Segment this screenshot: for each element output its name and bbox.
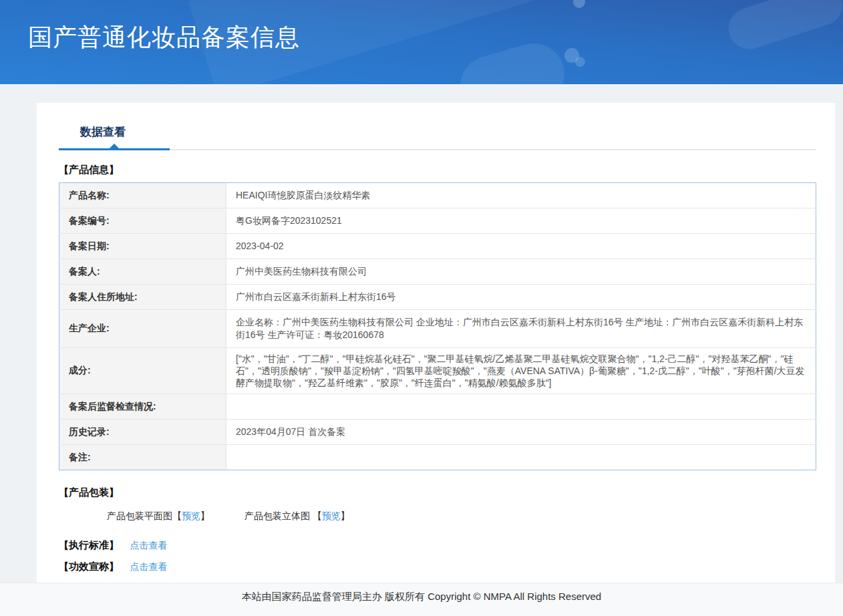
row-label: 成分: bbox=[59, 347, 226, 394]
packaging-stereo-label: 产品包装立体图 【 bbox=[244, 510, 322, 521]
row-value: 广州市白云区嘉禾街新科上村东街16号 bbox=[226, 285, 816, 310]
table-row-registrant-address: 备案人住所地址: 广州市白云区嘉禾街新科上村东街16号 bbox=[59, 285, 816, 310]
banner-pill-decoration bbox=[453, 36, 571, 84]
row-label: 产品名称: bbox=[59, 183, 226, 208]
section-heading-executive-standard: 【执行标准】 bbox=[59, 539, 119, 551]
row-label: 备案编号: bbox=[59, 208, 226, 234]
row-label: 生产企业: bbox=[59, 310, 226, 348]
banner-dot-decoration bbox=[564, 48, 579, 63]
banner-dot-decoration bbox=[575, 57, 585, 67]
packaging-items: 产品包装平面图【预览】 产品包装立体图 【预览】 bbox=[107, 510, 816, 522]
packaging-flat-label: 产品包装平面图【 bbox=[107, 510, 182, 521]
banner-dot-decoration bbox=[573, 0, 585, 8]
content-card: 数据查看 【产品信息】 产品名称: HEAIQI琦憶胶原蛋白淡纹精华素 备案编号… bbox=[37, 103, 835, 593]
packaging-stereo-item: 产品包装立体图 【预览】 bbox=[244, 510, 350, 521]
page-footer: 本站由国家药品监督管理局主办 版权所有 Copyright © NMPA All… bbox=[0, 583, 843, 616]
table-row-registration-number: 备案编号: 粤G妆网备字2023102521 bbox=[59, 208, 816, 234]
page-header: 国产普通化妆品备案信息 bbox=[0, 0, 843, 84]
table-row-history: 历史记录: 2023年04月07日 首次备案 bbox=[59, 420, 816, 445]
page-title: 国产普通化妆品备案信息 bbox=[28, 21, 300, 54]
row-value: ["水"，"甘油"，"丁二醇"，"甲硅烷基化硅石"，"聚二甲基硅氧烷/乙烯基聚二… bbox=[226, 347, 816, 394]
table-row-product-name: 产品名称: HEAIQI琦憶胶原蛋白淡纹精华素 bbox=[59, 183, 816, 208]
row-value bbox=[226, 445, 816, 470]
row-value: 2023年04月07日 首次备案 bbox=[226, 420, 816, 445]
row-label: 备案后监督检查情况: bbox=[59, 394, 226, 420]
product-info-table: 产品名称: HEAIQI琦憶胶原蛋白淡纹精华素 备案编号: 粤G妆网备字2023… bbox=[59, 182, 816, 470]
row-value bbox=[226, 394, 816, 420]
row-label: 备案日期: bbox=[59, 234, 226, 259]
row-label: 历史记录: bbox=[59, 420, 226, 445]
tab-active-underline bbox=[59, 148, 170, 150]
tab-data-view[interactable]: 数据查看 bbox=[59, 124, 170, 149]
row-value: 2023-04-02 bbox=[226, 234, 816, 259]
table-row-registration-date: 备案日期: 2023-04-02 bbox=[59, 234, 816, 259]
table-row-registrant: 备案人: 广州中美医药生物科技有限公司 bbox=[59, 259, 816, 285]
section-heading-efficacy-claim: 【功效宣称】 bbox=[59, 561, 119, 572]
footer-copyright-text: 本站由国家药品监督管理局主办 版权所有 Copyright © NMPA All… bbox=[242, 591, 601, 602]
banner-pill-decoration bbox=[723, 0, 843, 55]
packaging-stereo-preview-link[interactable]: 预览 bbox=[322, 510, 341, 521]
row-label: 备案人住所地址: bbox=[59, 285, 226, 310]
packaging-flat-bracket-close: 】 bbox=[200, 510, 210, 521]
row-label: 备案人: bbox=[59, 259, 226, 285]
section-heading-product-info: 【产品信息】 bbox=[59, 164, 816, 176]
row-value: HEAIQI琦憶胶原蛋白淡纹精华素 bbox=[226, 183, 816, 208]
table-row-manufacturer: 生产企业: 企业名称：广州中美医药生物科技有限公司 企业地址：广州市白云区嘉禾街… bbox=[59, 310, 816, 348]
packaging-flat-item: 产品包装平面图【预览】 bbox=[107, 510, 212, 521]
section-heading-packaging: 【产品包装】 bbox=[59, 486, 816, 499]
row-value: 粤G妆网备字2023102521 bbox=[226, 208, 816, 234]
tab-bar: 数据查看 bbox=[59, 103, 816, 150]
row-value: 企业名称：广州中美医药生物科技有限公司 企业地址：广州市白云区嘉禾街新科上村东街… bbox=[226, 310, 816, 348]
row-label: 备注: bbox=[59, 445, 226, 470]
tab-arrow-icon bbox=[110, 144, 119, 148]
tab-data-view-label: 数据查看 bbox=[80, 126, 126, 138]
table-row-supervision-check: 备案后监督检查情况: bbox=[59, 394, 816, 420]
packaging-flat-preview-link[interactable]: 预览 bbox=[182, 510, 200, 521]
row-value: 广州中美医药生物科技有限公司 bbox=[226, 259, 816, 285]
efficacy-claim-view-link[interactable]: 点击查看 bbox=[130, 561, 167, 572]
table-row-remarks: 备注: bbox=[59, 445, 816, 470]
table-row-ingredients: 成分: ["水"，"甘油"，"丁二醇"，"甲硅烷基化硅石"，"聚二甲基硅氧烷/乙… bbox=[59, 347, 816, 394]
packaging-stereo-bracket-close: 】 bbox=[341, 510, 350, 521]
efficacy-claim-row: 【功效宣称】 点击查看 bbox=[59, 561, 816, 573]
executive-standard-row: 【执行标准】 点击查看 bbox=[59, 539, 816, 552]
executive-standard-view-link[interactable]: 点击查看 bbox=[130, 540, 167, 551]
